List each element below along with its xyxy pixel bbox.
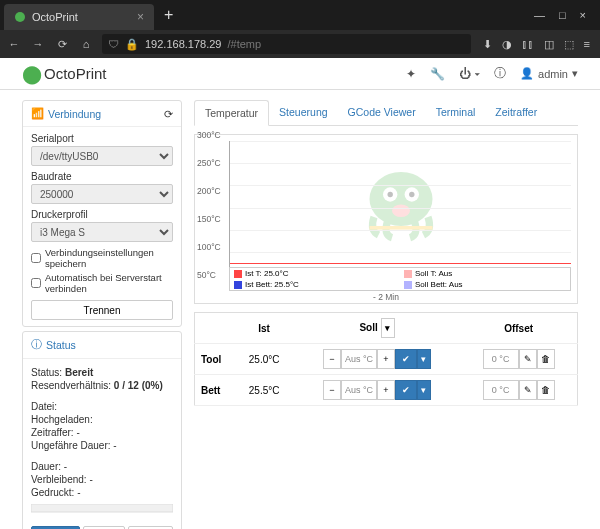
power-icon[interactable]: ⏻ ▾ [459,67,480,81]
target-dropdown[interactable]: ▾ [381,318,395,338]
menu-icon[interactable]: ≡ [584,38,590,51]
tab-terminal[interactable]: Terminal [426,100,486,125]
library-icon[interactable]: ⫿⫿ [522,38,534,51]
row-name: Bett [195,375,235,406]
status-title: Status [46,339,76,351]
th-target: Soll ▾ [294,313,461,344]
offset-edit[interactable]: ✎ [519,349,537,369]
disconnect-button[interactable]: Trennen [31,300,173,320]
refresh-icon[interactable]: ⟳ [164,108,173,120]
info-icon[interactable]: ⓘ [494,65,506,82]
sidebar-icon[interactable]: ◫ [544,38,554,51]
info-icon: ⓘ [31,338,42,352]
status-header[interactable]: ⓘ Status [23,332,181,359]
shield-icon: 🛡 [108,38,119,50]
th-offset: Offset [460,313,577,344]
y-tick: 250°C [197,158,221,168]
target-minus[interactable]: − [323,349,341,369]
serialport-select[interactable]: /dev/ttyUSB0 [31,146,173,166]
target-value[interactable]: Aus °C [341,380,377,400]
connection-panel: 📶 Verbindung ⟳ Serialport /dev/ttyUSB0 B… [22,100,182,327]
target-plus[interactable]: + [377,349,395,369]
svg-point-6 [409,191,414,196]
minimize-icon[interactable]: — [534,9,545,21]
temperature-table: Ist Soll ▾ Offset Tool25.0°C−Aus °C+✔▾0 … [194,312,578,406]
tab-timelapse[interactable]: Zeitraffer [485,100,547,125]
app-name: OctoPrint [44,65,107,82]
tool-actual-line [230,263,571,264]
target-apply[interactable]: ✔ [395,380,417,400]
chart-legend: Ist T: 25.0°CSoll T: AusIst Bett: 25.5°C… [229,267,571,291]
download-icon[interactable]: ⬇ [483,38,492,51]
window-controls: — □ × [524,9,596,21]
row-name: Tool [195,344,235,375]
user-icon: 👤 [520,67,534,80]
svg-rect-1 [31,504,173,512]
browser-chrome: OctoPrint × + — □ × ← → ⟳ ⌂ 🛡 🔒 192.168.… [0,0,600,58]
profile-label: Druckerprofil [31,209,173,220]
signal-icon: 📶 [31,107,44,120]
baudrate-select[interactable]: 250000 [31,184,173,204]
nav-bar: ← → ⟳ ⌂ 🛡 🔒 192.168.178.29/#temp ⬇ ◑ ⫿⫿ … [0,30,600,58]
offset-delete[interactable]: 🗑 [537,380,555,400]
offset-edit[interactable]: ✎ [519,380,537,400]
offset-value[interactable]: 0 °C [483,349,519,369]
logo[interactable]: ⬤ OctoPrint [22,63,107,85]
temp-row: Tool25.0°C−Aus °C+✔▾0 °C✎🗑 [195,344,578,375]
account-icon[interactable]: ◑ [502,38,512,51]
offset-delete[interactable]: 🗑 [537,349,555,369]
target-dropdown[interactable]: ▾ [417,380,431,400]
new-tab-button[interactable]: + [154,6,183,24]
profile-select[interactable]: i3 Mega S [31,222,173,242]
url-path: /#temp [227,38,261,50]
target-plus[interactable]: + [377,380,395,400]
svg-point-0 [15,12,25,22]
user-menu[interactable]: 👤 admin ▾ [520,67,578,80]
connection-title: Verbindung [48,108,101,120]
target-dropdown[interactable]: ▾ [417,349,431,369]
close-window-icon[interactable]: × [580,9,586,21]
legend-item[interactable]: Ist Bett: 25.5°C [230,279,400,290]
chevron-down-icon: ▾ [572,67,578,80]
target-value[interactable]: Aus °C [341,349,377,369]
reload-icon[interactable]: ⟳ [54,38,70,51]
svg-point-2 [369,172,432,226]
y-tick: 50°C [197,270,216,280]
target-minus[interactable]: − [323,380,341,400]
lock-insecure-icon: 🔒 [125,38,139,51]
y-tick: 200°C [197,186,221,196]
temp-row: Bett25.5°C−Aus °C+✔▾0 °C✎🗑 [195,375,578,406]
legend-item[interactable]: Ist T: 25.0°C [230,268,400,279]
tab-temperature[interactable]: Temperatur [194,100,269,126]
save-settings-checkbox[interactable]: Verbindungseinstellungen speichern [31,247,173,269]
target-apply[interactable]: ✔ [395,349,417,369]
tab-control[interactable]: Steuerung [269,100,337,125]
forward-icon[interactable]: → [30,38,46,50]
maximize-icon[interactable]: □ [559,9,566,21]
browser-tab[interactable]: OctoPrint × [4,4,154,30]
url-bar[interactable]: 🛡 🔒 192.168.178.29/#temp [102,34,471,54]
back-icon[interactable]: ← [6,38,22,50]
close-icon[interactable]: × [137,10,144,24]
temperature-chart[interactable]: Ist T: 25.0°CSoll T: AusIst Bett: 25.5°C… [194,134,578,304]
tab-gcode[interactable]: GCode Viewer [338,100,426,125]
tab-bar: Temperatur Steuerung GCode Viewer Termin… [194,100,578,126]
connection-header[interactable]: 📶 Verbindung ⟳ [23,101,181,127]
announcement-icon[interactable]: ✦ [406,67,416,81]
y-tick: 100°C [197,242,221,252]
octopus-watermark [351,158,451,248]
legend-item[interactable]: Soll Bett: Aus [400,279,570,290]
extension-icon[interactable]: ⬚ [564,38,574,51]
settings-icon[interactable]: 🔧 [430,67,445,81]
autoconnect-checkbox[interactable]: Automatisch bei Serverstart verbinden [31,272,173,294]
y-tick: 150°C [197,214,221,224]
svg-rect-8 [369,226,432,230]
svg-point-5 [387,191,392,196]
offset-value[interactable]: 0 °C [483,380,519,400]
legend-item[interactable]: Soll T: Aus [400,268,570,279]
user-label: admin [538,68,568,80]
home-icon[interactable]: ⌂ [78,38,94,50]
row-actual: 25.5°C [235,375,294,406]
app-header: ⬤ OctoPrint ✦ 🔧 ⏻ ▾ ⓘ 👤 admin ▾ [0,58,600,90]
octoprint-favicon [14,11,26,23]
